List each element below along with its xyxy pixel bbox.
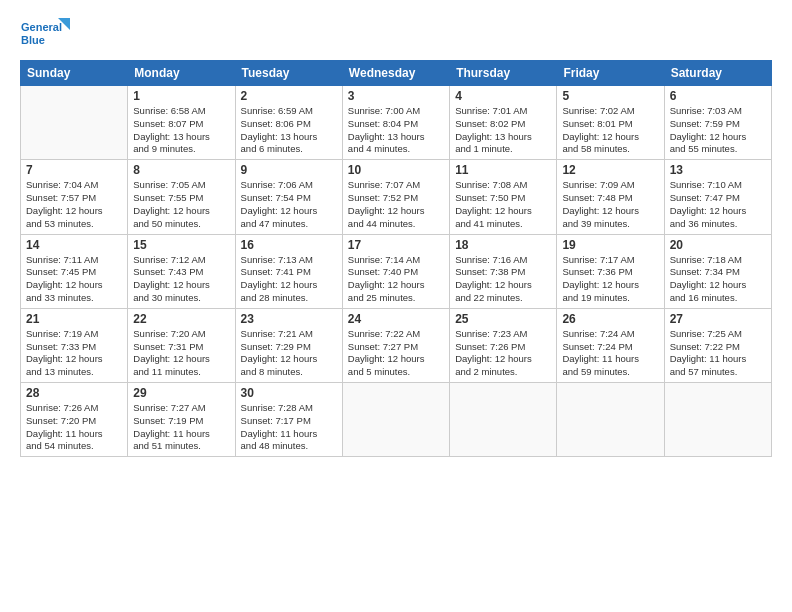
svg-text:General: General <box>21 21 62 33</box>
day-number: 1 <box>133 89 229 103</box>
calendar-header-row: SundayMondayTuesdayWednesdayThursdayFrid… <box>21 61 772 86</box>
day-info: Sunrise: 7:25 AM Sunset: 7:22 PM Dayligh… <box>670 328 766 379</box>
day-number: 9 <box>241 163 337 177</box>
calendar-cell: 12Sunrise: 7:09 AM Sunset: 7:48 PM Dayli… <box>557 160 664 234</box>
day-number: 24 <box>348 312 444 326</box>
day-info: Sunrise: 7:03 AM Sunset: 7:59 PM Dayligh… <box>670 105 766 156</box>
day-number: 18 <box>455 238 551 252</box>
day-info: Sunrise: 7:26 AM Sunset: 7:20 PM Dayligh… <box>26 402 122 453</box>
day-number: 11 <box>455 163 551 177</box>
day-number: 14 <box>26 238 122 252</box>
calendar-cell: 24Sunrise: 7:22 AM Sunset: 7:27 PM Dayli… <box>342 308 449 382</box>
calendar-cell: 19Sunrise: 7:17 AM Sunset: 7:36 PM Dayli… <box>557 234 664 308</box>
day-number: 12 <box>562 163 658 177</box>
day-info: Sunrise: 7:07 AM Sunset: 7:52 PM Dayligh… <box>348 179 444 230</box>
day-number: 7 <box>26 163 122 177</box>
calendar-cell: 28Sunrise: 7:26 AM Sunset: 7:20 PM Dayli… <box>21 383 128 457</box>
calendar-cell: 1Sunrise: 6:58 AM Sunset: 8:07 PM Daylig… <box>128 86 235 160</box>
day-info: Sunrise: 7:08 AM Sunset: 7:50 PM Dayligh… <box>455 179 551 230</box>
day-number: 30 <box>241 386 337 400</box>
calendar-cell: 26Sunrise: 7:24 AM Sunset: 7:24 PM Dayli… <box>557 308 664 382</box>
day-info: Sunrise: 7:01 AM Sunset: 8:02 PM Dayligh… <box>455 105 551 156</box>
day-number: 28 <box>26 386 122 400</box>
calendar-cell: 10Sunrise: 7:07 AM Sunset: 7:52 PM Dayli… <box>342 160 449 234</box>
day-info: Sunrise: 7:23 AM Sunset: 7:26 PM Dayligh… <box>455 328 551 379</box>
calendar-week-2: 14Sunrise: 7:11 AM Sunset: 7:45 PM Dayli… <box>21 234 772 308</box>
day-number: 20 <box>670 238 766 252</box>
day-info: Sunrise: 7:05 AM Sunset: 7:55 PM Dayligh… <box>133 179 229 230</box>
day-info: Sunrise: 7:28 AM Sunset: 7:17 PM Dayligh… <box>241 402 337 453</box>
day-number: 2 <box>241 89 337 103</box>
day-number: 22 <box>133 312 229 326</box>
day-number: 16 <box>241 238 337 252</box>
header-tuesday: Tuesday <box>235 61 342 86</box>
calendar-cell: 11Sunrise: 7:08 AM Sunset: 7:50 PM Dayli… <box>450 160 557 234</box>
day-number: 4 <box>455 89 551 103</box>
calendar-cell: 27Sunrise: 7:25 AM Sunset: 7:22 PM Dayli… <box>664 308 771 382</box>
day-number: 8 <box>133 163 229 177</box>
calendar-cell: 29Sunrise: 7:27 AM Sunset: 7:19 PM Dayli… <box>128 383 235 457</box>
calendar-cell: 6Sunrise: 7:03 AM Sunset: 7:59 PM Daylig… <box>664 86 771 160</box>
header-friday: Friday <box>557 61 664 86</box>
day-info: Sunrise: 7:11 AM Sunset: 7:45 PM Dayligh… <box>26 254 122 305</box>
calendar-cell <box>450 383 557 457</box>
logo: General Blue <box>20 16 70 52</box>
day-number: 26 <box>562 312 658 326</box>
day-info: Sunrise: 7:04 AM Sunset: 7:57 PM Dayligh… <box>26 179 122 230</box>
day-info: Sunrise: 7:18 AM Sunset: 7:34 PM Dayligh… <box>670 254 766 305</box>
day-info: Sunrise: 7:21 AM Sunset: 7:29 PM Dayligh… <box>241 328 337 379</box>
calendar-cell: 5Sunrise: 7:02 AM Sunset: 8:01 PM Daylig… <box>557 86 664 160</box>
header-monday: Monday <box>128 61 235 86</box>
header-wednesday: Wednesday <box>342 61 449 86</box>
calendar-table: SundayMondayTuesdayWednesdayThursdayFrid… <box>20 60 772 457</box>
day-info: Sunrise: 7:12 AM Sunset: 7:43 PM Dayligh… <box>133 254 229 305</box>
calendar-cell <box>342 383 449 457</box>
calendar-cell: 13Sunrise: 7:10 AM Sunset: 7:47 PM Dayli… <box>664 160 771 234</box>
calendar-cell: 9Sunrise: 7:06 AM Sunset: 7:54 PM Daylig… <box>235 160 342 234</box>
calendar-cell: 4Sunrise: 7:01 AM Sunset: 8:02 PM Daylig… <box>450 86 557 160</box>
calendar-cell: 2Sunrise: 6:59 AM Sunset: 8:06 PM Daylig… <box>235 86 342 160</box>
calendar-week-4: 28Sunrise: 7:26 AM Sunset: 7:20 PM Dayli… <box>21 383 772 457</box>
page: General Blue SundayMondayTuesdayWednesda… <box>0 0 792 612</box>
calendar-cell: 22Sunrise: 7:20 AM Sunset: 7:31 PM Dayli… <box>128 308 235 382</box>
calendar-cell: 16Sunrise: 7:13 AM Sunset: 7:41 PM Dayli… <box>235 234 342 308</box>
calendar-cell: 15Sunrise: 7:12 AM Sunset: 7:43 PM Dayli… <box>128 234 235 308</box>
day-number: 29 <box>133 386 229 400</box>
calendar-cell: 18Sunrise: 7:16 AM Sunset: 7:38 PM Dayli… <box>450 234 557 308</box>
day-number: 6 <box>670 89 766 103</box>
calendar-cell: 8Sunrise: 7:05 AM Sunset: 7:55 PM Daylig… <box>128 160 235 234</box>
day-info: Sunrise: 7:10 AM Sunset: 7:47 PM Dayligh… <box>670 179 766 230</box>
day-info: Sunrise: 7:17 AM Sunset: 7:36 PM Dayligh… <box>562 254 658 305</box>
calendar-cell: 17Sunrise: 7:14 AM Sunset: 7:40 PM Dayli… <box>342 234 449 308</box>
day-number: 27 <box>670 312 766 326</box>
day-info: Sunrise: 6:58 AM Sunset: 8:07 PM Dayligh… <box>133 105 229 156</box>
day-number: 21 <box>26 312 122 326</box>
calendar-cell: 20Sunrise: 7:18 AM Sunset: 7:34 PM Dayli… <box>664 234 771 308</box>
day-info: Sunrise: 7:14 AM Sunset: 7:40 PM Dayligh… <box>348 254 444 305</box>
day-number: 19 <box>562 238 658 252</box>
calendar-cell: 21Sunrise: 7:19 AM Sunset: 7:33 PM Dayli… <box>21 308 128 382</box>
svg-text:Blue: Blue <box>21 34 45 46</box>
day-info: Sunrise: 7:22 AM Sunset: 7:27 PM Dayligh… <box>348 328 444 379</box>
calendar-week-0: 1Sunrise: 6:58 AM Sunset: 8:07 PM Daylig… <box>21 86 772 160</box>
day-info: Sunrise: 7:20 AM Sunset: 7:31 PM Dayligh… <box>133 328 229 379</box>
day-info: Sunrise: 6:59 AM Sunset: 8:06 PM Dayligh… <box>241 105 337 156</box>
day-info: Sunrise: 7:27 AM Sunset: 7:19 PM Dayligh… <box>133 402 229 453</box>
day-number: 15 <box>133 238 229 252</box>
calendar-cell <box>664 383 771 457</box>
calendar-cell: 7Sunrise: 7:04 AM Sunset: 7:57 PM Daylig… <box>21 160 128 234</box>
calendar-cell <box>557 383 664 457</box>
calendar-week-3: 21Sunrise: 7:19 AM Sunset: 7:33 PM Dayli… <box>21 308 772 382</box>
calendar-week-1: 7Sunrise: 7:04 AM Sunset: 7:57 PM Daylig… <box>21 160 772 234</box>
calendar-cell <box>21 86 128 160</box>
day-number: 25 <box>455 312 551 326</box>
header: General Blue <box>20 16 772 52</box>
day-number: 5 <box>562 89 658 103</box>
day-info: Sunrise: 7:02 AM Sunset: 8:01 PM Dayligh… <box>562 105 658 156</box>
day-info: Sunrise: 7:00 AM Sunset: 8:04 PM Dayligh… <box>348 105 444 156</box>
day-info: Sunrise: 7:24 AM Sunset: 7:24 PM Dayligh… <box>562 328 658 379</box>
calendar-cell: 3Sunrise: 7:00 AM Sunset: 8:04 PM Daylig… <box>342 86 449 160</box>
header-saturday: Saturday <box>664 61 771 86</box>
logo-svg: General Blue <box>20 16 70 52</box>
calendar-cell: 14Sunrise: 7:11 AM Sunset: 7:45 PM Dayli… <box>21 234 128 308</box>
